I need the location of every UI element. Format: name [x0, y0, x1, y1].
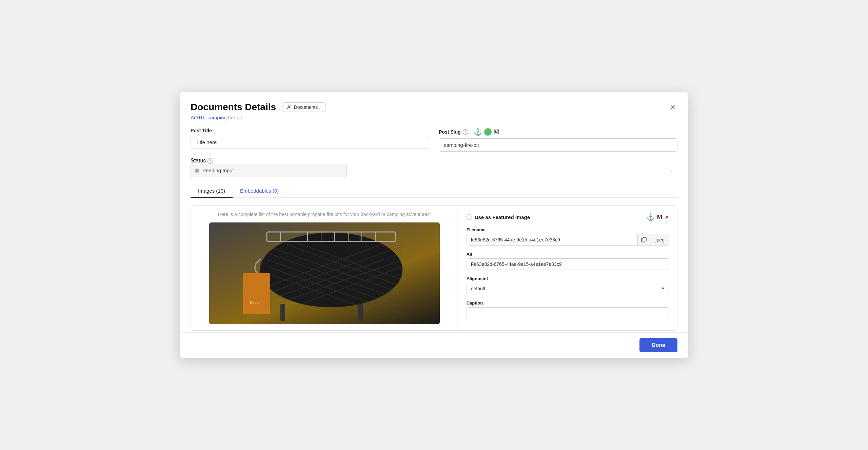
image-panel: Here is a complete list of the best port… — [191, 206, 458, 330]
featured-radio[interactable] — [467, 214, 472, 220]
breadcrumb-label: All Documents — [287, 104, 318, 110]
header-left: Documents Details All Documents › — [191, 102, 326, 113]
status-group: Status ? Pending Input › — [191, 158, 677, 177]
status-chevron-icon: › — [671, 168, 673, 173]
post-title-label: Post Title — [191, 128, 429, 133]
tab-embeddables[interactable]: Embeddables (0) — [233, 184, 286, 198]
image-caption: Here is a complete list of the best port… — [218, 212, 431, 217]
wordpress-icon: ⚓ — [474, 128, 482, 136]
alt-input[interactable] — [467, 258, 669, 270]
status-select[interactable]: Pending Input — [191, 164, 347, 177]
featured-image-text: Use as Featured Image — [475, 214, 530, 220]
caption-label: Caption — [467, 300, 669, 306]
post-title-group: Post Title — [191, 128, 429, 152]
filename-ext: .jpeg — [650, 234, 669, 246]
content-area: Here is a complete list of the best port… — [191, 205, 677, 331]
details-panel: Use as Featured Image ⚓ M ✕ Filename — [458, 206, 677, 330]
modal-title: Documents Details — [191, 102, 276, 113]
filename-row: .jpeg — [467, 234, 669, 246]
modal-header: Documents Details All Documents › × — [191, 102, 677, 113]
svg-rect-28 — [643, 237, 646, 241]
copy-filename-button[interactable] — [638, 234, 650, 246]
svg-rect-25 — [358, 304, 363, 321]
status-select-wrapper: Pending Input › — [191, 164, 677, 177]
status-label: Status ? — [191, 158, 213, 163]
featured-label: Use as Featured Image — [467, 214, 530, 220]
modal-footer: Done — [180, 332, 688, 358]
caption-input[interactable] — [467, 307, 669, 320]
all-documents-button[interactable]: All Documents › — [282, 102, 326, 112]
filename-input[interactable] — [467, 234, 638, 246]
post-slug-input[interactable] — [439, 138, 677, 152]
breadcrumb-chevron: › — [319, 105, 320, 110]
alt-group: Alt — [467, 252, 669, 270]
svg-rect-24 — [280, 304, 285, 321]
alignment-group: Alignment default left center right — [467, 276, 669, 294]
platform-icons: ⚓ M — [474, 128, 499, 136]
tab-images[interactable]: Images (10) — [191, 184, 233, 198]
slug-help-icon[interactable]: ? — [463, 129, 468, 135]
post-slug-label: Post Slug ? ⚓ M — [439, 128, 677, 136]
svg-text:BaLle: BaLle — [250, 300, 259, 305]
close-button[interactable]: × — [668, 102, 677, 112]
detail-platform-icons: ⚓ M ✕ — [646, 213, 669, 221]
aotr-link[interactable]: AOTR: camping fire pit — [191, 115, 242, 120]
status-indicator — [195, 169, 199, 173]
modal: Documents Details All Documents › × AOTR… — [180, 92, 688, 358]
grill-image: BaLle — [209, 222, 440, 324]
status-help-icon[interactable]: ? — [208, 158, 213, 164]
alignment-select[interactable]: default left center right — [467, 283, 669, 294]
alt-label: Alt — [467, 252, 669, 257]
copy-icon — [641, 237, 647, 242]
done-button[interactable]: Done — [639, 338, 677, 352]
alignment-label: Alignment — [467, 276, 669, 281]
detail-wordpress-icon: ⚓ — [646, 213, 655, 221]
tabs-row: Images (10) Embeddables (0) — [191, 184, 677, 198]
caption-group: Caption — [467, 300, 669, 320]
filename-group: Filename .jpeg — [467, 227, 669, 246]
svg-rect-23 — [243, 273, 270, 314]
featured-image-row: Use as Featured Image ⚓ M ✕ — [467, 213, 669, 221]
filename-label: Filename — [467, 227, 669, 232]
post-title-input[interactable] — [191, 136, 429, 149]
detail-x-icon: ✕ — [665, 214, 669, 220]
title-slug-row: Post Title Post Slug ? ⚓ M — [191, 128, 677, 152]
ai-icon — [484, 128, 492, 136]
post-slug-group: Post Slug ? ⚓ M — [439, 128, 677, 152]
medium-icon: M — [494, 129, 499, 136]
detail-medium-icon: M — [657, 214, 663, 221]
